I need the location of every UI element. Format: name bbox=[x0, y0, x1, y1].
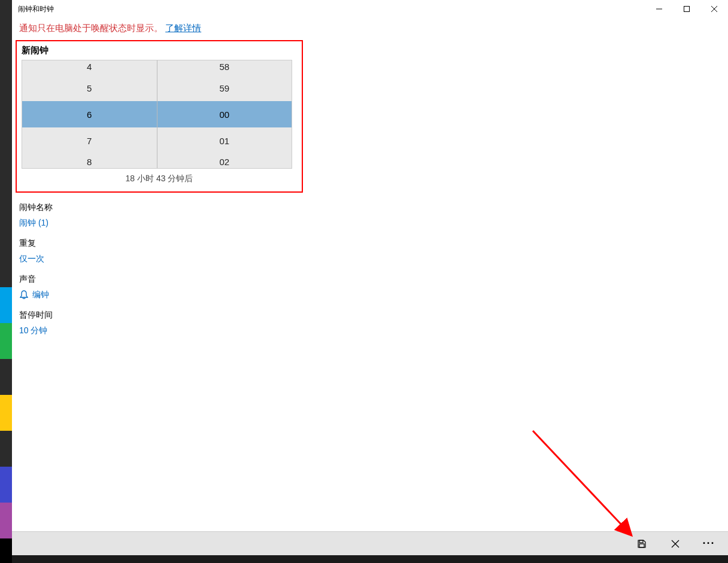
taskbar bbox=[12, 555, 728, 563]
snooze-label: 暂停时间 bbox=[19, 310, 721, 321]
content-area: 新闹钟 45678 5859000102 18 小时 43 分钟后 闹钟名称 闹… bbox=[12, 39, 728, 531]
repeat-text: 仅一次 bbox=[19, 254, 44, 264]
app-window: 闹钟和时钟 通知只在电脑处于唤醒状态时显示。 了解详情 新闹钟 45678 58… bbox=[12, 0, 728, 555]
alarm-name-label: 闹钟名称 bbox=[19, 202, 721, 213]
sound-field: 声音 编钟 bbox=[19, 274, 721, 300]
close-button[interactable] bbox=[700, 0, 728, 18]
highlight-box: 新闹钟 45678 5859000102 18 小时 43 分钟后 bbox=[16, 40, 303, 193]
picker-cell[interactable]: 01 bbox=[157, 127, 292, 154]
sound-label: 声音 bbox=[19, 274, 721, 285]
picker-cell[interactable]: 6 bbox=[22, 101, 157, 127]
cancel-button[interactable] bbox=[661, 532, 690, 556]
snooze-field: 暂停时间 10 分钟 bbox=[19, 310, 721, 336]
picker-cell[interactable]: 02 bbox=[157, 154, 292, 168]
more-button[interactable]: ··· bbox=[694, 532, 723, 556]
hour-picker-column[interactable]: 45678 bbox=[22, 60, 157, 168]
picker-cell[interactable]: 58 bbox=[157, 60, 292, 75]
picker-cell[interactable]: 8 bbox=[22, 154, 157, 168]
notification-text: 通知只在电脑处于唤醒状态时显示。 bbox=[19, 23, 163, 33]
minute-picker-column[interactable]: 5859000102 bbox=[157, 60, 292, 168]
svg-rect-4 bbox=[639, 540, 643, 543]
snooze-value[interactable]: 10 分钟 bbox=[19, 325, 721, 336]
alarm-name-field: 闹钟名称 闹钟 (1) bbox=[19, 202, 721, 229]
picker-cell[interactable]: 59 bbox=[157, 75, 292, 101]
repeat-field: 重复 仅一次 bbox=[19, 238, 721, 264]
time-picker[interactable]: 45678 5859000102 bbox=[22, 60, 292, 169]
learn-more-link[interactable]: 了解详情 bbox=[165, 23, 201, 33]
minimize-button[interactable] bbox=[645, 0, 673, 18]
new-alarm-header: 新闹钟 bbox=[22, 45, 297, 56]
picker-cell[interactable]: 5 bbox=[22, 75, 157, 101]
window-title: 闹钟和时钟 bbox=[18, 4, 54, 14]
repeat-label: 重复 bbox=[19, 238, 721, 249]
picker-cell[interactable]: 4 bbox=[22, 60, 157, 75]
sound-text: 编钟 bbox=[32, 290, 49, 300]
titlebar: 闹钟和时钟 bbox=[12, 0, 728, 18]
maximize-button[interactable] bbox=[673, 0, 700, 18]
notification-banner: 通知只在电脑处于唤醒状态时显示。 了解详情 bbox=[12, 18, 728, 39]
alarm-name-text: 闹钟 (1) bbox=[19, 218, 48, 229]
command-bar: ··· bbox=[12, 531, 728, 555]
sound-value[interactable]: 编钟 bbox=[19, 290, 721, 300]
svg-rect-1 bbox=[684, 7, 690, 12]
svg-rect-5 bbox=[639, 544, 644, 547]
repeat-value[interactable]: 仅一次 bbox=[19, 254, 721, 264]
desktop-strip bbox=[0, 0, 12, 563]
bell-icon bbox=[19, 290, 29, 300]
picker-cell[interactable]: 00 bbox=[157, 101, 292, 127]
save-button[interactable] bbox=[627, 532, 656, 556]
snooze-text: 10 分钟 bbox=[19, 325, 47, 336]
picker-cell[interactable]: 7 bbox=[22, 127, 157, 154]
alarm-name-value[interactable]: 闹钟 (1) bbox=[19, 218, 721, 229]
countdown-text: 18 小时 43 分钟后 bbox=[22, 174, 297, 184]
